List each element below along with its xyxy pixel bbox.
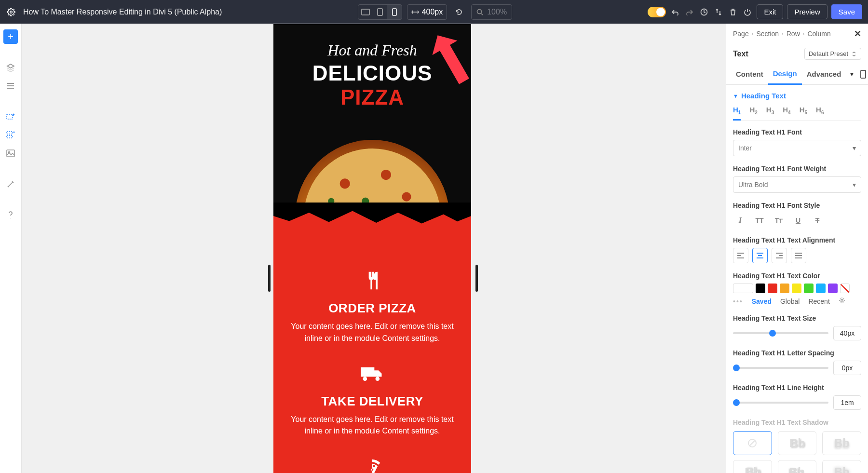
swatch-red[interactable]	[768, 284, 777, 293]
heading-text-section[interactable]: ▼Heading Text	[733, 92, 861, 100]
size-slider[interactable]	[733, 332, 828, 334]
svg-point-13	[841, 299, 843, 301]
saved-colors-tab[interactable]: Saved	[752, 297, 772, 305]
settings-icon[interactable]	[6, 7, 16, 17]
crumb-section[interactable]: Section	[756, 30, 779, 38]
mobile-preview[interactable]: Hot and Fresh DELICIOUS PIZZA ORDER PIZZ…	[273, 24, 471, 473]
font-select[interactable]: Inter▾	[733, 140, 861, 156]
preview-button[interactable]: Preview	[787, 4, 827, 19]
global-colors-tab[interactable]: Global	[780, 297, 800, 305]
power-icon[interactable]	[742, 7, 753, 17]
layers-icon[interactable]	[3, 60, 18, 75]
spacing-slider[interactable]	[733, 367, 828, 369]
swatch-black[interactable]	[756, 284, 765, 293]
chevron-down-icon: ▾	[853, 144, 856, 152]
page-title: How To Master Responsive Editing in Divi…	[23, 8, 222, 16]
h5-tab[interactable]: H5	[800, 106, 807, 116]
h2-tab[interactable]: H2	[749, 106, 757, 116]
weight-select[interactable]: Ultra Bold▾	[733, 176, 861, 193]
shadow-preset-4[interactable]: Bb	[778, 460, 817, 473]
hero-heading-line2: PIZZA	[273, 85, 471, 109]
tab-advanced[interactable]: Advanced	[802, 64, 846, 84]
feature-1-body: Your content goes here. Edit or remove t…	[288, 321, 457, 345]
preset-button[interactable]: Default Preset	[804, 48, 861, 60]
align-right-button[interactable]	[772, 248, 787, 263]
exit-button[interactable]: Exit	[757, 4, 783, 19]
shadow-preset-1[interactable]: Bb	[778, 431, 817, 455]
responsive-toggle-icon[interactable]	[860, 69, 866, 80]
viewport-width-value: 400px	[422, 8, 443, 16]
crumb-column[interactable]: Column	[807, 30, 830, 38]
recent-colors-tab[interactable]: Recent	[808, 297, 829, 305]
theme-toggle[interactable]	[648, 7, 666, 17]
close-sidebar-button[interactable]: ✕	[854, 28, 861, 39]
h3-tab[interactable]: H3	[766, 106, 774, 116]
swatch-none[interactable]	[840, 284, 850, 293]
tools-icon[interactable]	[3, 177, 18, 191]
shadow-none-button[interactable]	[733, 431, 772, 455]
style-label: Heading Text H1 Font Style	[733, 202, 861, 209]
viewport-width-control[interactable]: 400px	[407, 4, 448, 20]
swatch-orange[interactable]	[780, 284, 789, 293]
resize-handle-left[interactable]	[268, 265, 271, 292]
save-button[interactable]: Save	[831, 4, 862, 19]
top-bar: How To Master Responsive Editing in Divi…	[0, 0, 868, 24]
underline-button[interactable]: U	[791, 213, 805, 228]
undo-icon[interactable]	[670, 7, 680, 17]
spacing-label: Heading Text H1 Letter Spacing	[733, 349, 861, 357]
expand-tabs-button[interactable]: ▼	[846, 71, 857, 78]
image-icon[interactable]	[3, 146, 18, 161]
settings-tabs: Content Design Advanced ▼	[726, 64, 868, 85]
help-icon[interactable]	[3, 208, 18, 222]
shadow-options-2: Bb Bb Bb	[733, 460, 861, 473]
shadow-preset-2[interactable]: Bb	[822, 431, 861, 455]
size-value[interactable]: 40px	[833, 326, 861, 340]
tab-content[interactable]: Content	[731, 64, 768, 84]
import-export-icon[interactable]	[713, 7, 724, 17]
align-justify-button[interactable]	[791, 248, 806, 263]
h4-tab[interactable]: H4	[783, 106, 790, 116]
crumb-page[interactable]: Page	[733, 30, 749, 38]
strikethrough-button[interactable]: T	[810, 213, 825, 228]
lh-slider[interactable]	[733, 402, 828, 404]
italic-button[interactable]: I	[733, 213, 747, 228]
design-panel: ▼Heading Text H1 H2 H3 H4 H5 H6 Heading …	[726, 85, 868, 473]
ai-section-icon[interactable]	[3, 128, 18, 142]
align-label: Heading Text H1 Text Alignment	[733, 236, 861, 244]
font-label: Heading Text H1 Font	[733, 128, 861, 136]
h1-tab[interactable]: H1	[733, 106, 741, 121]
align-left-button[interactable]	[733, 248, 748, 263]
list-icon[interactable]	[3, 79, 18, 93]
h6-tab[interactable]: H6	[816, 106, 824, 116]
device-desktop-button[interactable]	[358, 5, 373, 19]
device-phone-button[interactable]	[387, 5, 402, 19]
swatch-blue[interactable]	[816, 284, 826, 293]
align-center-button[interactable]	[752, 248, 768, 263]
smallcaps-button[interactable]: Tᴛ	[772, 213, 786, 228]
swatch-white[interactable]	[733, 284, 753, 293]
resize-handle-right[interactable]	[475, 265, 478, 292]
history-icon[interactable]	[699, 7, 709, 17]
swatch-yellow[interactable]	[792, 284, 801, 293]
lh-value[interactable]: 1em	[833, 395, 861, 410]
swatch-purple[interactable]	[828, 284, 838, 293]
shadow-preset-3[interactable]: Bb	[733, 460, 772, 473]
trash-icon[interactable]	[728, 7, 738, 17]
size-label: Heading Text H1 Text Size	[733, 314, 861, 322]
crumb-row[interactable]: Row	[787, 30, 800, 38]
ai-layout-icon[interactable]	[3, 109, 18, 124]
spacing-value[interactable]: 0px	[833, 361, 861, 375]
shadow-preset-5[interactable]: Bb	[822, 460, 861, 473]
feature-3: ENJOY YOUR FOOD	[288, 458, 457, 473]
swatch-green[interactable]	[804, 284, 814, 293]
reset-width-button[interactable]	[452, 5, 466, 19]
tab-design[interactable]: Design	[768, 64, 802, 85]
add-module-button[interactable]: +	[3, 29, 18, 44]
left-rail: +	[0, 24, 22, 473]
more-colors-button[interactable]: •••	[733, 297, 743, 305]
color-settings-icon[interactable]	[839, 297, 847, 306]
zoom-control[interactable]: 100%	[471, 4, 512, 20]
device-tablet-button[interactable]	[373, 5, 387, 19]
uppercase-button[interactable]: TT	[752, 213, 767, 228]
redo-icon[interactable]	[684, 7, 695, 17]
